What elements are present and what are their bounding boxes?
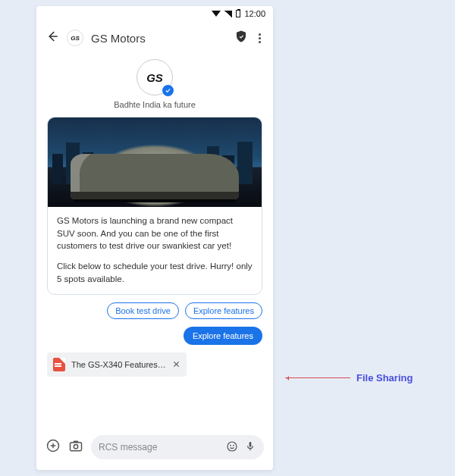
- status-bar: 12:00: [36, 6, 273, 21]
- wifi-icon: [212, 11, 221, 17]
- card-paragraph-1: GS Motors is launching a brand new compa…: [57, 215, 253, 252]
- battery-icon: [236, 10, 240, 17]
- svg-rect-1: [71, 443, 82, 451]
- annotation-arrow-icon: [285, 377, 350, 378]
- file-attachment[interactable]: The GS-X340 Features…: [47, 352, 187, 377]
- explore-features-chip[interactable]: Explore features: [185, 302, 262, 319]
- chat-body[interactable]: GS Motors is launching a brand new compa…: [36, 117, 273, 427]
- remove-file-button[interactable]: [172, 360, 180, 370]
- card-hero-image: [48, 117, 262, 207]
- back-button[interactable]: [46, 30, 59, 46]
- camera-button[interactable]: [68, 438, 83, 456]
- pdf-icon: [53, 358, 65, 371]
- svg-point-4: [231, 445, 231, 446]
- sent-row: Explore features: [47, 327, 262, 345]
- file-name: The GS-X340 Features…: [71, 360, 166, 369]
- sent-message: Explore features: [184, 327, 262, 345]
- annotation: File Sharing: [285, 372, 413, 384]
- profile-logo-text: GS: [146, 71, 163, 84]
- card-paragraph-2: Click below to schedule your test drive.…: [57, 260, 253, 285]
- signal-icon: [224, 11, 232, 17]
- rich-card: GS Motors is launching a brand new compa…: [47, 117, 262, 295]
- phone-frame: 12:00 GS GS Motors GS Badhte India ka fu…: [36, 6, 273, 470]
- message-input[interactable]: RCS message: [91, 435, 264, 459]
- voice-button[interactable]: [244, 440, 256, 455]
- header-avatar: GS: [67, 30, 83, 46]
- message-placeholder: RCS message: [99, 442, 220, 453]
- verified-badge-icon: [162, 85, 174, 96]
- book-test-drive-chip[interactable]: Book test drive: [107, 302, 179, 319]
- status-time: 12:00: [244, 9, 265, 18]
- svg-point-3: [228, 442, 237, 451]
- svg-point-5: [234, 445, 234, 446]
- composer: RCS message: [36, 427, 273, 470]
- file-row: The GS-X340 Features…: [47, 352, 262, 377]
- svg-rect-6: [249, 442, 252, 447]
- card-text: GS Motors is launching a brand new compa…: [48, 207, 262, 294]
- profile-tagline: Badhte India ka future: [36, 100, 273, 109]
- svg-point-2: [74, 445, 77, 449]
- app-header: GS GS Motors: [36, 21, 273, 55]
- business-profile: GS Badhte India ka future: [36, 55, 273, 117]
- annotation-label: File Sharing: [356, 372, 413, 384]
- more-menu-button[interactable]: [256, 33, 264, 43]
- verified-shield-icon[interactable]: [234, 30, 248, 46]
- page-title: GS Motors: [91, 32, 227, 45]
- suggestion-chip-row: Book test drive Explore features: [47, 302, 262, 319]
- emoji-button[interactable]: [226, 440, 238, 455]
- add-button[interactable]: [46, 438, 61, 456]
- profile-avatar: GS: [136, 59, 173, 96]
